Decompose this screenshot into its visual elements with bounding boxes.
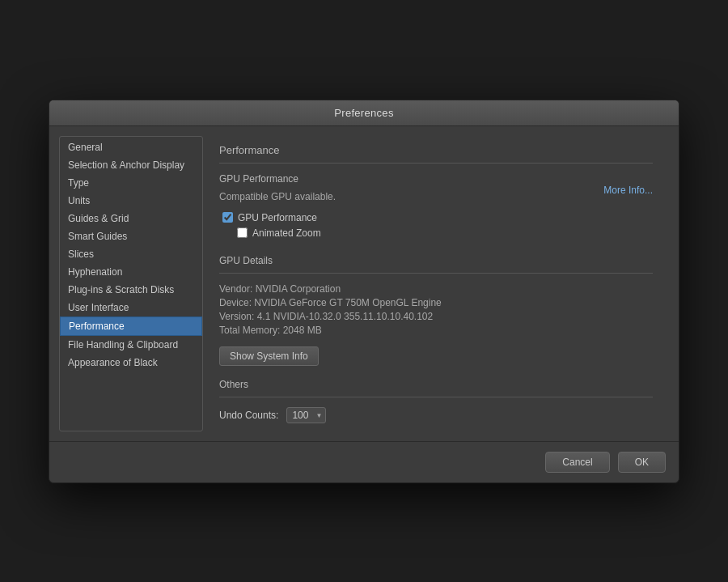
others-divider: [219, 397, 653, 397]
sidebar-item-performance[interactable]: Performance: [60, 316, 202, 336]
preferences-dialog: Preferences General Selection & Anchor D…: [49, 100, 679, 483]
sidebar-item-appearance-of-black[interactable]: Appearance of Black: [60, 354, 202, 372]
gpu-version: Version: 4.1 NVIDIA-10.32.0 355.11.10.10…: [219, 311, 653, 322]
dialog-footer: Cancel OK: [49, 441, 679, 482]
sidebar-item-plug-ins-scratch-disks[interactable]: Plug-ins & Scratch Disks: [60, 281, 202, 299]
gpu-details-divider: [219, 273, 653, 274]
undo-counts-row: Undo Counts: 5 10 20 50 100 200: [219, 407, 653, 423]
sidebar-item-units[interactable]: Units: [60, 192, 202, 210]
gpu-vendor: Vendor: NVIDIA Corporation: [219, 283, 653, 295]
gpu-performance-row: GPU Performance: [219, 212, 653, 223]
gpu-performance-label[interactable]: GPU Performance: [238, 212, 317, 223]
sidebar: General Selection & Anchor Display Type …: [59, 136, 203, 431]
ok-button[interactable]: OK: [618, 452, 666, 473]
dialog-title: Preferences: [334, 107, 393, 119]
dialog-body: General Selection & Anchor Display Type …: [49, 126, 679, 441]
show-system-info-button[interactable]: Show System Info: [219, 346, 319, 366]
undo-counts-label: Undo Counts:: [219, 410, 278, 421]
animated-zoom-row: Animated Zoom: [219, 227, 653, 239]
gpu-total-memory: Total Memory: 2048 MB: [219, 325, 653, 336]
compatible-gpu-text: Compatible GPU available.: [219, 191, 336, 202]
gpu-compatible-row: Compatible GPU available. More Info...: [219, 191, 653, 206]
sidebar-item-type[interactable]: Type: [60, 174, 202, 192]
gpu-section-title: GPU Performance: [219, 173, 653, 185]
sidebar-item-guides-grid[interactable]: Guides & Grid: [60, 210, 202, 227]
sidebar-item-general[interactable]: General: [60, 138, 202, 156]
sidebar-item-hyphenation[interactable]: Hyphenation: [60, 263, 202, 281]
cancel-button[interactable]: Cancel: [545, 452, 609, 473]
gpu-device: Device: NVIDIA GeForce GT 750M OpenGL En…: [219, 297, 653, 308]
others-section: Others Undo Counts: 5 10 20 50 100 200: [219, 379, 653, 423]
gpu-performance-checkbox[interactable]: [222, 212, 233, 223]
animated-zoom-checkbox[interactable]: [237, 227, 248, 238]
gpu-performance-section: GPU Performance Compatible GPU available…: [219, 173, 653, 239]
others-title: Others: [219, 379, 653, 390]
section-divider: [219, 163, 653, 164]
gpu-details-section: GPU Details Vendor: NVIDIA Corporation D…: [219, 255, 653, 366]
sidebar-item-selection-anchor-display[interactable]: Selection & Anchor Display: [60, 156, 202, 174]
gpu-details-title: GPU Details: [219, 255, 653, 266]
undo-counts-select[interactable]: 5 10 20 50 100 200: [286, 407, 326, 423]
sidebar-item-slices[interactable]: Slices: [60, 245, 202, 263]
sidebar-item-user-interface[interactable]: User Interface: [60, 299, 202, 316]
sidebar-item-smart-guides[interactable]: Smart Guides: [60, 227, 202, 245]
section-title: Performance: [219, 144, 653, 156]
title-bar: Preferences: [49, 100, 679, 126]
undo-counts-wrapper: 5 10 20 50 100 200: [286, 407, 326, 423]
animated-zoom-label[interactable]: Animated Zoom: [252, 227, 321, 239]
sidebar-item-file-handling-clipboard[interactable]: File Handling & Clipboard: [60, 336, 202, 354]
main-content: Performance GPU Performance Compatible G…: [203, 136, 669, 431]
more-info-link[interactable]: More Info...: [603, 185, 653, 196]
